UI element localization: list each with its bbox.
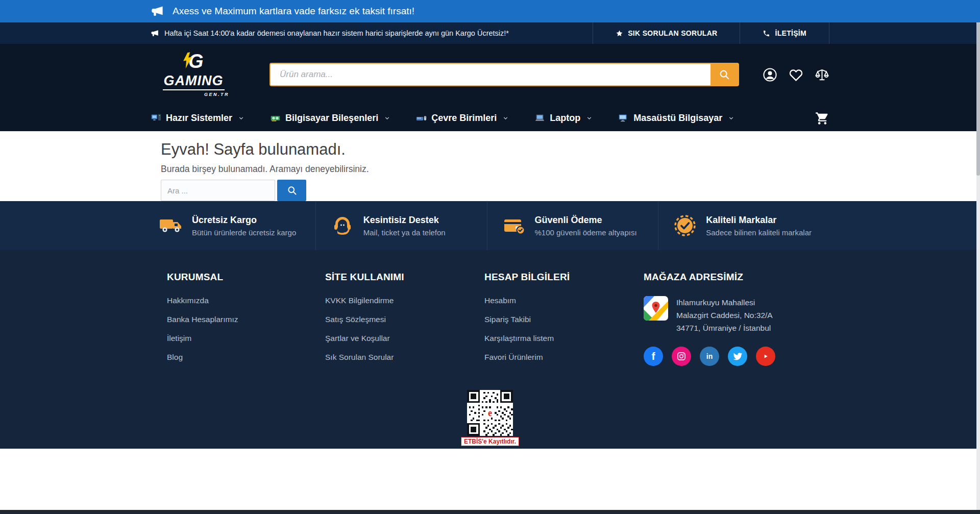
megaphone-small-icon bbox=[151, 29, 159, 38]
nav-item-laptop[interactable]: Laptop bbox=[534, 113, 593, 124]
page-bottom-whitespace bbox=[0, 449, 980, 510]
nav-label: Çevre Birimleri bbox=[431, 113, 497, 124]
footer-link-sartlar[interactable]: Şartlar ve Koşullar bbox=[325, 334, 484, 343]
social-links: f in bbox=[644, 347, 829, 366]
footer-link-satis-sozlesmesi[interactable]: Satış Sözleşmesi bbox=[325, 315, 484, 324]
peripherals-icon bbox=[416, 113, 427, 124]
linkedin-glyph: in bbox=[706, 352, 713, 360]
footer-link-sss[interactable]: Sık Sorulan Sorular bbox=[325, 353, 484, 362]
feature-subtitle: Bütün ürünlerde ücretsiz kargo bbox=[192, 228, 296, 237]
not-found-search-button[interactable] bbox=[277, 180, 306, 201]
site-logo[interactable]: G GAMING GEN.TR bbox=[151, 53, 236, 97]
phone-icon bbox=[763, 30, 770, 37]
cart-icon[interactable] bbox=[815, 111, 829, 126]
nav-label: Hazır Sistemler bbox=[166, 113, 232, 124]
footer-link-iletisim[interactable]: İletişim bbox=[167, 334, 325, 343]
main-nav: Hazır Sistemler Bilgisayar Bileşenleri Ç… bbox=[151, 105, 829, 131]
not-found-search-input[interactable] bbox=[161, 180, 275, 201]
address-line: 34771, Ümraniye / İstanbul bbox=[676, 322, 773, 334]
store-address: Ihlamurkuyu Mahallesi Malazgirt Caddesi,… bbox=[676, 296, 773, 334]
footer-column-site-kullanimi: SİTE KULLANIMI KVKK Bilgilendirme Satış … bbox=[325, 272, 484, 390]
footer-heading: MAĞAZA ADRESİMİZ bbox=[644, 272, 829, 283]
linkedin-icon[interactable]: in bbox=[700, 347, 719, 366]
chevron-down-icon bbox=[586, 115, 593, 121]
product-search-button[interactable] bbox=[710, 64, 738, 85]
secure-payment-icon bbox=[502, 213, 526, 238]
chevron-down-icon bbox=[238, 115, 244, 121]
nav-label: Masaüstü Bilgisayar bbox=[633, 113, 722, 124]
google-maps-icon[interactable] bbox=[644, 296, 668, 321]
support-icon bbox=[330, 213, 355, 238]
footer-link-banka-hesaplarimiz[interactable]: Banka Hesaplarımız bbox=[167, 315, 325, 324]
chevron-down-icon bbox=[728, 115, 734, 121]
footer-heading: SİTE KULLANIMI bbox=[325, 272, 484, 283]
scrollbar-thumb[interactable] bbox=[976, 22, 980, 176]
nav-item-hazir-sistemler[interactable]: Hazır Sistemler bbox=[151, 113, 244, 124]
feature-secure-payment: Güvenli Ödeme %100 güvenli ödeme altyapı… bbox=[487, 201, 658, 250]
search-icon bbox=[287, 185, 297, 195]
info-bar: Hafta içi Saat 14:00'a kadar ödemesi ona… bbox=[0, 22, 980, 44]
star-icon bbox=[616, 30, 623, 37]
footer-link-siparis-takibi[interactable]: Sipariş Takibi bbox=[484, 315, 644, 324]
contact-link[interactable]: İLETİŞİM bbox=[740, 22, 829, 44]
nav-label: Laptop bbox=[550, 113, 580, 124]
footer-link-blog[interactable]: Blog bbox=[167, 353, 325, 362]
instagram-icon[interactable] bbox=[672, 347, 691, 366]
window-bottom-edge bbox=[0, 510, 980, 514]
faq-link-label: SIK SORULAN SORULAR bbox=[628, 29, 717, 37]
product-search bbox=[270, 63, 739, 86]
footer-heading: KURUMSAL bbox=[167, 272, 325, 283]
shipping-notice-text: Hafta içi Saat 14:00'a kadar ödemesi ona… bbox=[164, 29, 509, 37]
search-icon bbox=[719, 69, 730, 80]
nav-item-masaustu-bilgisayar[interactable]: Masaüstü Bilgisayar bbox=[618, 113, 734, 124]
laptop-icon bbox=[534, 113, 545, 124]
footer-column-adres: MAĞAZA ADRESİMİZ Ihlamurkuyu Mahallesi M… bbox=[644, 272, 829, 390]
feature-subtitle: Mail, ticket ya da telefon bbox=[363, 228, 446, 237]
account-icon[interactable] bbox=[763, 67, 777, 82]
product-search-input[interactable] bbox=[271, 64, 710, 85]
ready-systems-icon bbox=[151, 113, 161, 124]
footer-link-hakkimizda[interactable]: Hakkımızda bbox=[167, 296, 325, 305]
chevron-down-icon bbox=[502, 115, 509, 121]
feature-title: Ücretsiz Kargo bbox=[192, 215, 296, 226]
logo-suffix: GEN.TR bbox=[204, 92, 229, 97]
feature-title: Güvenli Ödeme bbox=[535, 215, 637, 226]
footer-heading: HESAP BİLGİLERİ bbox=[484, 272, 644, 283]
feature-free-shipping: Ücretsiz Kargo Bütün ürünlerde ücretsiz … bbox=[151, 201, 315, 250]
feature-title: Kaliteli Markalar bbox=[706, 215, 812, 226]
quality-badge-icon bbox=[673, 213, 697, 238]
chevron-down-icon bbox=[384, 115, 390, 121]
footer-link-karsilastirma[interactable]: Karşılaştırma listem bbox=[484, 334, 644, 343]
youtube-icon[interactable] bbox=[756, 347, 775, 366]
not-found-section: Eyvah! Sayfa bulunamadı. Burada birşey b… bbox=[0, 131, 980, 201]
svg-text:e: e bbox=[488, 408, 492, 418]
feature-subtitle: %100 güvenli ödeme altyapısı bbox=[535, 228, 637, 237]
nav-item-cevre-birimleri[interactable]: Çevre Birimleri bbox=[416, 113, 509, 124]
footer-link-hesabim[interactable]: Hesabım bbox=[484, 296, 644, 305]
etbis-qr-code: e bbox=[467, 390, 513, 436]
feature-support: Kesintisiz Destek Mail, ticket ya da tel… bbox=[315, 201, 487, 250]
footer-link-kvkk[interactable]: KVKK Bilgilendirme bbox=[325, 296, 484, 305]
features-strip: Ücretsiz Kargo Bütün ürünlerde ücretsiz … bbox=[0, 201, 980, 250]
page-title: Eyvah! Sayfa bulunamadı. bbox=[161, 140, 829, 159]
etbis-caption: ETBİS'e Kayıtlıdır. bbox=[461, 437, 519, 446]
footer-link-favoriler[interactable]: Favori Ürünlerim bbox=[484, 353, 644, 362]
footer-column-kurumsal: KURUMSAL Hakkımızda Banka Hesaplarımız İ… bbox=[167, 272, 325, 390]
faq-link[interactable]: SIK SORULAN SORULAR bbox=[593, 22, 740, 44]
address-line: Ihlamurkuyu Mahallesi bbox=[676, 296, 773, 309]
promo-text: Axess ve Maximum kartlara vade farksız e… bbox=[173, 6, 414, 17]
wishlist-heart-icon[interactable] bbox=[789, 67, 803, 82]
feature-subtitle: Sadece bilinen kaliteli markalar bbox=[706, 228, 812, 237]
logo-name: GAMING bbox=[163, 74, 225, 90]
feature-title: Kesintisiz Destek bbox=[363, 215, 446, 226]
facebook-icon[interactable]: f bbox=[644, 347, 663, 366]
nav-item-bilgisayar-bilesenleri[interactable]: Bilgisayar Bileşenleri bbox=[270, 113, 390, 124]
vertical-scrollbar[interactable] bbox=[976, 22, 980, 510]
twitter-icon[interactable] bbox=[728, 347, 747, 366]
footer-column-hesap-bilgileri: HESAP BİLGİLERİ Hesabım Sipariş Takibi K… bbox=[484, 272, 644, 390]
megaphone-icon bbox=[151, 5, 164, 18]
compare-scales-icon[interactable] bbox=[815, 67, 829, 82]
nav-label: Bilgisayar Bileşenleri bbox=[285, 113, 378, 124]
site-header: G GAMING GEN.TR bbox=[0, 44, 980, 131]
components-icon bbox=[270, 113, 281, 124]
